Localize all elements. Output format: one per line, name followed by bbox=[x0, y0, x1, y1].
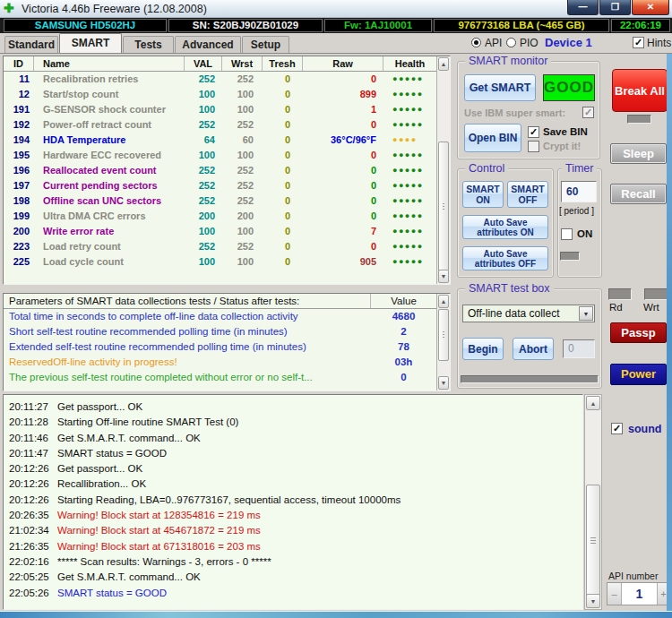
col-header-val[interactable]: VAL bbox=[185, 56, 222, 71]
break-all-button[interactable]: Break All bbox=[612, 69, 668, 112]
params-table-header: Parameters of SMART data collections tes… bbox=[4, 294, 450, 309]
api-radio[interactable] bbox=[471, 38, 481, 47]
chevron-down-icon[interactable]: ▼ bbox=[579, 306, 593, 321]
get-smart-button[interactable]: Get SMART bbox=[464, 74, 536, 101]
attr-name: Reallocated event count bbox=[34, 163, 185, 178]
col-header-tresh[interactable]: Tresh bbox=[263, 56, 303, 71]
smart-attribute-row[interactable]: 200Write error rate10010007●●●●● bbox=[4, 224, 450, 239]
log-message: Get passport... OK bbox=[57, 399, 582, 415]
log-line: 22:02:16***** Scan results: Warnings - 3… bbox=[4, 554, 582, 570]
param-row[interactable]: Total time in seconds to complete off-li… bbox=[4, 309, 450, 324]
attr-name: Load cycle count bbox=[34, 254, 185, 270]
log-timestamp: 20:12:26 bbox=[4, 493, 57, 508]
recall-button[interactable]: Recall bbox=[610, 184, 667, 204]
crypt-checkbox[interactable] bbox=[528, 141, 539, 152]
begin-button[interactable]: Begin bbox=[462, 338, 504, 360]
col-header-health[interactable]: Health bbox=[383, 56, 436, 71]
log-line: 20:11:28Starting Off-line routine SMART … bbox=[4, 415, 582, 430]
attr-wrst: 252 bbox=[222, 72, 263, 87]
params-scrollbar[interactable]: ▲ ▼ bbox=[436, 294, 450, 391]
attr-health-dots: ●●●● bbox=[383, 133, 436, 148]
minimize-button[interactable]: — bbox=[567, 0, 599, 15]
scroll-up-icon[interactable]: ▲ bbox=[438, 57, 449, 71]
smart-attribute-row[interactable]: 12Start/stop count1001000899●●●●● bbox=[4, 87, 450, 102]
write-led-label: Wrt bbox=[643, 302, 659, 313]
col-header-raw[interactable]: Raw bbox=[303, 56, 383, 71]
power-button[interactable]: Power bbox=[610, 364, 667, 385]
close-button[interactable]: ✕ bbox=[632, 0, 669, 15]
smart-attribute-row[interactable]: 11Recalibration retries25225200●●●●● bbox=[4, 72, 450, 87]
pio-radio[interactable] bbox=[506, 38, 516, 47]
smart-test-box-label: SMART test box bbox=[465, 282, 554, 295]
timer-on-checkbox[interactable] bbox=[561, 228, 573, 240]
attr-name: Power-off retract count bbox=[34, 117, 185, 133]
smart-on-button[interactable]: SMART ON bbox=[462, 181, 504, 208]
tab-setup[interactable]: Setup bbox=[242, 36, 289, 53]
hints-checkbox[interactable]: ✓ bbox=[633, 37, 644, 48]
log-scrollbar[interactable]: ▲ ▼ bbox=[584, 394, 602, 610]
scroll-up-icon[interactable]: ▲ bbox=[586, 396, 600, 410]
smart-off-button[interactable]: SMART OFF bbox=[507, 181, 548, 208]
smart-attribute-row[interactable]: 199Ultra DMA CRC errors20020000●●●●● bbox=[4, 209, 450, 224]
abort-button[interactable]: Abort bbox=[513, 338, 554, 360]
smart-table-scrollbar[interactable]: ▲ ▼ bbox=[436, 56, 450, 284]
smart-attribute-row[interactable]: 197Current pending sectors25225200●●●●● bbox=[4, 178, 450, 193]
smart-attribute-row[interactable]: 225Load cycle count1001000905●●●●● bbox=[4, 254, 450, 270]
smart-attribute-row[interactable]: 192Power-off retract count25225200●●●●● bbox=[4, 117, 450, 133]
scrollbar-thumb[interactable] bbox=[438, 309, 449, 361]
tab-advanced[interactable]: Advanced bbox=[175, 36, 241, 53]
col-header-name[interactable]: Name bbox=[34, 56, 185, 71]
param-row[interactable]: The previous self-test routine completed… bbox=[4, 370, 450, 385]
api-number-label: API number bbox=[608, 571, 658, 581]
api-number-decrement[interactable]: – bbox=[607, 583, 622, 605]
col-header-id[interactable]: ID bbox=[4, 56, 34, 71]
passp-button[interactable]: Passp bbox=[610, 322, 667, 343]
param-row[interactable]: ReservedOff-line activity in progress!03… bbox=[4, 355, 450, 370]
tab-tests[interactable]: Tests bbox=[123, 36, 174, 53]
attr-wrst: 60 bbox=[222, 133, 263, 148]
autosave-on-button[interactable]: Auto Save attributes ON bbox=[462, 215, 548, 239]
smart-monitor-label: SMART monitor bbox=[465, 55, 551, 67]
log-timestamp: 20:11:28 bbox=[4, 415, 57, 430]
smart-attribute-row[interactable]: 191G-SENSOR shock counter10010001●●●●● bbox=[4, 102, 450, 117]
maximize-button[interactable]: ❐ bbox=[599, 0, 631, 15]
log-line: 20:12:26Starting Reading, LBA=0..9767731… bbox=[4, 493, 582, 508]
smart-attribute-row[interactable]: 198Offline scan UNC sectors25225200●●●●● bbox=[4, 193, 450, 209]
attr-wrst: 100 bbox=[222, 254, 263, 270]
save-bin-checkbox[interactable]: ✓ bbox=[528, 126, 539, 138]
open-bin-button[interactable]: Open BIN bbox=[464, 124, 521, 152]
tab-standard[interactable]: Standard bbox=[4, 36, 58, 53]
scroll-down-icon[interactable]: ▼ bbox=[438, 270, 449, 283]
attr-health-dots: ●●●●● bbox=[383, 224, 436, 239]
timer-period-field[interactable]: 60 bbox=[561, 181, 597, 202]
sleep-button[interactable]: Sleep bbox=[610, 143, 667, 164]
smart-attribute-row[interactable]: 223Load retry count25225200●●●●● bbox=[4, 239, 450, 254]
attr-name: Hardware ECC recovered bbox=[34, 148, 185, 163]
scrollbar-thumb[interactable] bbox=[438, 142, 449, 271]
attr-health-dots: ●●●●● bbox=[383, 102, 436, 117]
ibm-super-smart-checkbox[interactable]: ✓ bbox=[582, 107, 594, 118]
attr-wrst: 252 bbox=[222, 163, 263, 178]
param-row[interactable]: Extended self-test routine recommended p… bbox=[4, 339, 450, 355]
attr-name: Write error rate bbox=[34, 224, 185, 239]
attr-name: Offline scan UNC sectors bbox=[34, 193, 185, 209]
param-row[interactable]: Short self-test routine recommended poll… bbox=[4, 324, 450, 339]
scroll-up-icon[interactable]: ▲ bbox=[438, 295, 449, 308]
sound-checkbox[interactable]: ✓ bbox=[611, 423, 623, 434]
smart-attribute-row[interactable]: 195Hardware ECC recovered10010000●●●●● bbox=[4, 148, 450, 163]
log-message: Starting Reading, LBA=0..976773167, sequ… bbox=[57, 493, 582, 508]
test-select[interactable]: Off-line data collect ▼ bbox=[462, 305, 595, 322]
drive-info-bar: SAMSUNG HD502HJ SN: S20BJ90ZB01029 Fw: 1… bbox=[0, 18, 672, 33]
attr-raw: 0 bbox=[303, 239, 383, 254]
tab-smart[interactable]: SMART bbox=[59, 33, 122, 53]
scroll-down-icon[interactable]: ▼ bbox=[586, 594, 600, 608]
param-value: 2 bbox=[371, 324, 436, 339]
autosave-off-button[interactable]: Auto Save attributes OFF bbox=[462, 246, 548, 270]
scroll-down-icon[interactable]: ▼ bbox=[438, 376, 449, 390]
smart-attribute-row[interactable]: 194HDA Temperature6460036°C/96°F●●●● bbox=[4, 133, 450, 148]
scrollbar-thumb[interactable] bbox=[586, 485, 600, 597]
smart-attribute-row[interactable]: 196Reallocated event count25225200●●●●● bbox=[4, 163, 450, 178]
attr-wrst: 252 bbox=[222, 117, 263, 133]
attr-wrst: 252 bbox=[222, 239, 263, 254]
col-header-wrst[interactable]: Wrst bbox=[222, 56, 263, 71]
